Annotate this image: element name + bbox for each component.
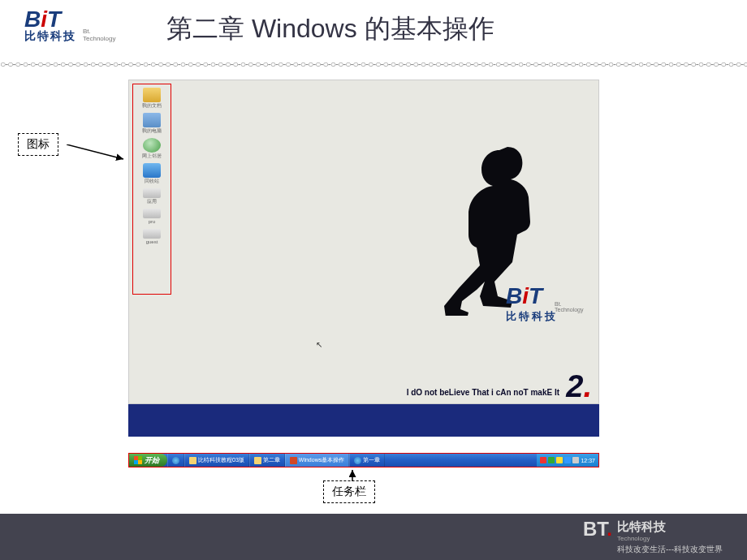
tray-icon[interactable] [548, 457, 555, 463]
wallpaper-number: 2 [566, 371, 592, 402]
taskbar-btn-0[interactable]: 比特科技教程03版 [184, 454, 249, 467]
desktop-icon-recycle[interactable]: 回收站 [134, 163, 170, 183]
clock: 12:37 [581, 458, 595, 463]
arrow-to-icons [67, 144, 132, 177]
desktop-icon-network[interactable]: 网上邻居 [134, 138, 170, 158]
tray-icon[interactable] [572, 457, 579, 463]
wallpaper-logo: BiT Bt. Technology 比特科技 [506, 283, 558, 324]
taskbar: 开始 比特科技教程03版 第二章 Windows基本操作 第一章 12:37 [129, 454, 598, 467]
desktop-icon-guest[interactable]: guest [134, 229, 170, 244]
taskbar-btn-3[interactable]: 第一章 [349, 454, 385, 467]
ppt-icon [290, 457, 297, 464]
chain-divider: ○-○-○-○-○-○-○-○-○-○-○-○-○-○-○-○-○-○-○-○-… [0, 58, 747, 70]
folder-icon [189, 457, 196, 464]
ie-icon [354, 457, 361, 464]
label-taskbar: 任务栏 [323, 480, 375, 503]
cursor-icon: ↖ [316, 340, 322, 349]
desktop-icon-mycomputer[interactable]: 我的电脑 [134, 113, 170, 133]
folder-icon [143, 88, 161, 102]
folder-icon [254, 457, 261, 464]
drive-icon [143, 209, 161, 218]
tray-icon[interactable] [540, 457, 546, 463]
taskbar-highlight: 开始 比特科技教程03版 第二章 Windows基本操作 第一章 12:37 [128, 453, 599, 467]
slide-footer: BT. 比特科技 Technology 科技改变生活---科技改变世界 [0, 514, 747, 560]
taskbar-btn-1[interactable]: 第二章 [249, 454, 285, 467]
footer-logo: BT. 比特科技 Technology 科技改变生活---科技改变世界 [583, 519, 723, 555]
network-icon [143, 138, 161, 153]
blue-gap [128, 404, 599, 437]
tray-icon[interactable] [564, 457, 571, 463]
taskbar-btn-2[interactable]: Windows基本操作 [285, 454, 349, 467]
slide-header: BiT Bt. Technology 比特科技 第二章 Windows 的基本操… [0, 0, 747, 57]
recycle-icon [143, 163, 161, 178]
desktop-icon-app[interactable]: 应用 [134, 188, 170, 204]
windows-flag-icon [134, 456, 142, 464]
slide-title: 第二章 Windows 的基本操作 [166, 11, 494, 47]
quicklaunch-ie[interactable] [167, 454, 184, 467]
computer-icon [143, 113, 161, 127]
tray-icon[interactable] [556, 457, 563, 463]
desktop-screenshot: 我的文档 我的电脑 网上邻居 回收站 应用 pro guest BiT Bt. … [128, 80, 599, 404]
logo-tech-text: Bt. Technology [83, 28, 115, 42]
start-button[interactable]: 开始 [129, 454, 167, 467]
drive-icon [143, 188, 161, 198]
label-icons: 图标 [18, 133, 58, 156]
logo-cn-text: 比特科技 [24, 29, 76, 44]
desktop-icon-mydocs[interactable]: 我的文档 [134, 88, 170, 108]
desktop-icon-pro[interactable]: pro [134, 209, 170, 224]
ie-icon [172, 457, 179, 464]
arrow-to-taskbar [349, 468, 365, 481]
system-tray[interactable]: 12:37 [537, 454, 598, 467]
logo-small: BiT Bt. Technology 比特科技 [24, 8, 76, 44]
wallpaper-tagline: I dO not beLieve That i cAn noT makE It [407, 388, 559, 397]
desktop-icons-highlight: 我的文档 我的电脑 网上邻居 回收站 应用 pro guest [132, 84, 171, 295]
drive-icon [143, 229, 161, 239]
svg-line-0 [67, 144, 123, 159]
